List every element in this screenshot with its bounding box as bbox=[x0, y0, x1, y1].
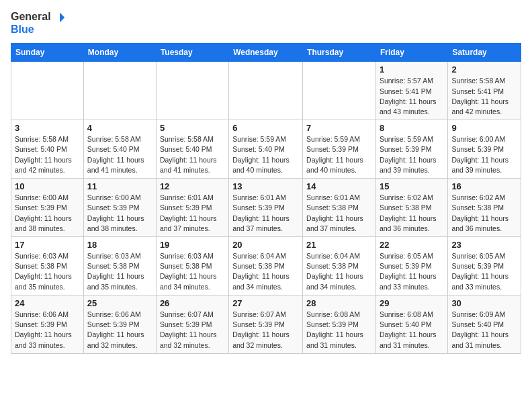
calendar-week-4: 17Sunrise: 6:03 AM Sunset: 5:38 PM Dayli… bbox=[11, 236, 521, 295]
day-info: Sunrise: 6:02 AM Sunset: 5:38 PM Dayligh… bbox=[451, 193, 517, 234]
calendar-cell bbox=[11, 62, 84, 120]
day-info: Sunrise: 5:59 AM Sunset: 5:39 PM Dayligh… bbox=[306, 134, 372, 175]
logo-arrow-icon bbox=[54, 11, 66, 24]
day-number: 7 bbox=[306, 123, 372, 133]
day-number: 17 bbox=[15, 240, 80, 250]
calendar-cell: 1Sunrise: 5:57 AM Sunset: 5:41 PM Daylig… bbox=[375, 62, 447, 120]
day-info: Sunrise: 6:01 AM Sunset: 5:39 PM Dayligh… bbox=[160, 193, 225, 234]
day-number: 19 bbox=[160, 240, 225, 250]
calendar-cell bbox=[83, 62, 156, 120]
day-number: 30 bbox=[451, 298, 517, 308]
calendar-week-2: 3Sunrise: 5:58 AM Sunset: 5:40 PM Daylig… bbox=[11, 120, 521, 179]
calendar-cell: 30Sunrise: 6:09 AM Sunset: 5:40 PM Dayli… bbox=[448, 295, 521, 353]
day-info: Sunrise: 6:05 AM Sunset: 5:39 PM Dayligh… bbox=[380, 251, 444, 292]
calendar-cell: 29Sunrise: 6:08 AM Sunset: 5:40 PM Dayli… bbox=[375, 295, 447, 353]
calendar-body: 1Sunrise: 5:57 AM Sunset: 5:41 PM Daylig… bbox=[11, 62, 521, 353]
day-number: 21 bbox=[306, 240, 372, 250]
day-info: Sunrise: 6:09 AM Sunset: 5:40 PM Dayligh… bbox=[451, 310, 517, 351]
calendar-cell: 6Sunrise: 5:59 AM Sunset: 5:40 PM Daylig… bbox=[229, 120, 303, 179]
day-header-friday: Friday bbox=[375, 44, 447, 62]
day-info: Sunrise: 6:00 AM Sunset: 5:39 PM Dayligh… bbox=[451, 134, 517, 175]
calendar-cell: 9Sunrise: 6:00 AM Sunset: 5:39 PM Daylig… bbox=[448, 120, 521, 179]
day-info: Sunrise: 5:58 AM Sunset: 5:40 PM Dayligh… bbox=[15, 134, 80, 175]
calendar-cell: 8Sunrise: 5:59 AM Sunset: 5:39 PM Daylig… bbox=[375, 120, 447, 179]
day-header-monday: Monday bbox=[83, 44, 156, 62]
day-info: Sunrise: 6:03 AM Sunset: 5:38 PM Dayligh… bbox=[15, 251, 80, 292]
day-info: Sunrise: 6:01 AM Sunset: 5:39 PM Dayligh… bbox=[232, 193, 299, 234]
calendar-cell: 11Sunrise: 6:00 AM Sunset: 5:39 PM Dayli… bbox=[83, 179, 156, 237]
calendar-table: SundayMondayTuesdayWednesdayThursdayFrid… bbox=[11, 43, 521, 353]
day-info: Sunrise: 6:01 AM Sunset: 5:38 PM Dayligh… bbox=[306, 193, 372, 234]
day-number: 18 bbox=[87, 240, 152, 250]
day-info: Sunrise: 6:07 AM Sunset: 5:39 PM Dayligh… bbox=[232, 310, 299, 351]
calendar-cell: 18Sunrise: 6:03 AM Sunset: 5:38 PM Dayli… bbox=[83, 236, 156, 295]
day-info: Sunrise: 6:06 AM Sunset: 5:39 PM Dayligh… bbox=[87, 310, 152, 351]
day-info: Sunrise: 6:03 AM Sunset: 5:38 PM Dayligh… bbox=[87, 251, 152, 292]
calendar-week-5: 24Sunrise: 6:06 AM Sunset: 5:39 PM Dayli… bbox=[11, 295, 521, 353]
calendar-cell: 23Sunrise: 6:05 AM Sunset: 5:39 PM Dayli… bbox=[448, 236, 521, 295]
calendar-cell: 17Sunrise: 6:03 AM Sunset: 5:38 PM Dayli… bbox=[11, 236, 84, 295]
calendar-cell: 13Sunrise: 6:01 AM Sunset: 5:39 PM Dayli… bbox=[229, 179, 303, 237]
day-info: Sunrise: 5:58 AM Sunset: 5:40 PM Dayligh… bbox=[160, 134, 225, 175]
day-header-tuesday: Tuesday bbox=[156, 44, 228, 62]
calendar-header: SundayMondayTuesdayWednesdayThursdayFrid… bbox=[11, 44, 521, 62]
calendar-cell: 25Sunrise: 6:06 AM Sunset: 5:39 PM Dayli… bbox=[83, 295, 156, 353]
calendar-cell: 2Sunrise: 5:58 AM Sunset: 5:41 PM Daylig… bbox=[448, 62, 521, 120]
logo-text: General Blue bbox=[11, 11, 66, 35]
day-number: 14 bbox=[306, 181, 372, 191]
day-info: Sunrise: 6:08 AM Sunset: 5:39 PM Dayligh… bbox=[306, 310, 372, 351]
calendar-week-3: 10Sunrise: 6:00 AM Sunset: 5:39 PM Dayli… bbox=[11, 179, 521, 237]
day-number: 12 bbox=[160, 181, 225, 191]
day-number: 11 bbox=[87, 181, 152, 191]
day-info: Sunrise: 6:02 AM Sunset: 5:38 PM Dayligh… bbox=[380, 193, 444, 234]
day-number: 20 bbox=[232, 240, 299, 250]
calendar-cell: 28Sunrise: 6:08 AM Sunset: 5:39 PM Dayli… bbox=[303, 295, 376, 353]
header: General Blue bbox=[11, 11, 521, 35]
calendar-cell: 26Sunrise: 6:07 AM Sunset: 5:39 PM Dayli… bbox=[156, 295, 228, 353]
day-number: 27 bbox=[232, 298, 299, 308]
day-number: 10 bbox=[15, 181, 80, 191]
day-info: Sunrise: 6:04 AM Sunset: 5:38 PM Dayligh… bbox=[306, 251, 372, 292]
day-info: Sunrise: 6:08 AM Sunset: 5:40 PM Dayligh… bbox=[380, 310, 444, 351]
calendar-cell bbox=[303, 62, 376, 120]
calendar-cell: 4Sunrise: 5:58 AM Sunset: 5:40 PM Daylig… bbox=[83, 120, 156, 179]
day-number: 25 bbox=[87, 298, 152, 308]
logo: General Blue bbox=[11, 11, 66, 35]
day-info: Sunrise: 6:07 AM Sunset: 5:39 PM Dayligh… bbox=[160, 310, 225, 351]
day-info: Sunrise: 5:57 AM Sunset: 5:41 PM Dayligh… bbox=[380, 76, 444, 117]
calendar-cell: 27Sunrise: 6:07 AM Sunset: 5:39 PM Dayli… bbox=[229, 295, 303, 353]
day-number: 13 bbox=[232, 181, 299, 191]
calendar-cell: 22Sunrise: 6:05 AM Sunset: 5:39 PM Dayli… bbox=[375, 236, 447, 295]
day-info: Sunrise: 6:03 AM Sunset: 5:38 PM Dayligh… bbox=[160, 251, 225, 292]
day-header-sunday: Sunday bbox=[11, 44, 84, 62]
calendar-cell: 12Sunrise: 6:01 AM Sunset: 5:39 PM Dayli… bbox=[156, 179, 228, 237]
day-header-thursday: Thursday bbox=[303, 44, 376, 62]
day-number: 8 bbox=[380, 123, 444, 133]
calendar-cell: 20Sunrise: 6:04 AM Sunset: 5:38 PM Dayli… bbox=[229, 236, 303, 295]
calendar-cell: 16Sunrise: 6:02 AM Sunset: 5:38 PM Dayli… bbox=[448, 179, 521, 237]
day-number: 2 bbox=[451, 64, 517, 75]
calendar-cell: 7Sunrise: 5:59 AM Sunset: 5:39 PM Daylig… bbox=[303, 120, 376, 179]
day-header-saturday: Saturday bbox=[448, 44, 521, 62]
day-number: 6 bbox=[232, 123, 299, 133]
day-number: 26 bbox=[160, 298, 225, 308]
calendar-cell: 10Sunrise: 6:00 AM Sunset: 5:39 PM Dayli… bbox=[11, 179, 84, 237]
day-info: Sunrise: 6:00 AM Sunset: 5:39 PM Dayligh… bbox=[87, 193, 152, 234]
day-header-wednesday: Wednesday bbox=[229, 44, 303, 62]
calendar-cell: 5Sunrise: 5:58 AM Sunset: 5:40 PM Daylig… bbox=[156, 120, 228, 179]
day-number: 24 bbox=[15, 298, 80, 308]
days-header-row: SundayMondayTuesdayWednesdayThursdayFrid… bbox=[11, 44, 521, 62]
calendar-cell bbox=[229, 62, 303, 120]
day-number: 29 bbox=[380, 298, 444, 308]
calendar-cell: 24Sunrise: 6:06 AM Sunset: 5:39 PM Dayli… bbox=[11, 295, 84, 353]
day-number: 23 bbox=[451, 240, 517, 250]
day-number: 15 bbox=[380, 181, 444, 191]
day-info: Sunrise: 6:06 AM Sunset: 5:39 PM Dayligh… bbox=[15, 310, 80, 351]
day-number: 28 bbox=[306, 298, 372, 308]
svg-marker-0 bbox=[60, 13, 64, 22]
day-info: Sunrise: 5:58 AM Sunset: 5:40 PM Dayligh… bbox=[87, 134, 152, 175]
calendar-cell: 21Sunrise: 6:04 AM Sunset: 5:38 PM Dayli… bbox=[303, 236, 376, 295]
calendar-cell: 3Sunrise: 5:58 AM Sunset: 5:40 PM Daylig… bbox=[11, 120, 84, 179]
day-number: 16 bbox=[451, 181, 517, 191]
calendar-week-1: 1Sunrise: 5:57 AM Sunset: 5:41 PM Daylig… bbox=[11, 62, 521, 120]
